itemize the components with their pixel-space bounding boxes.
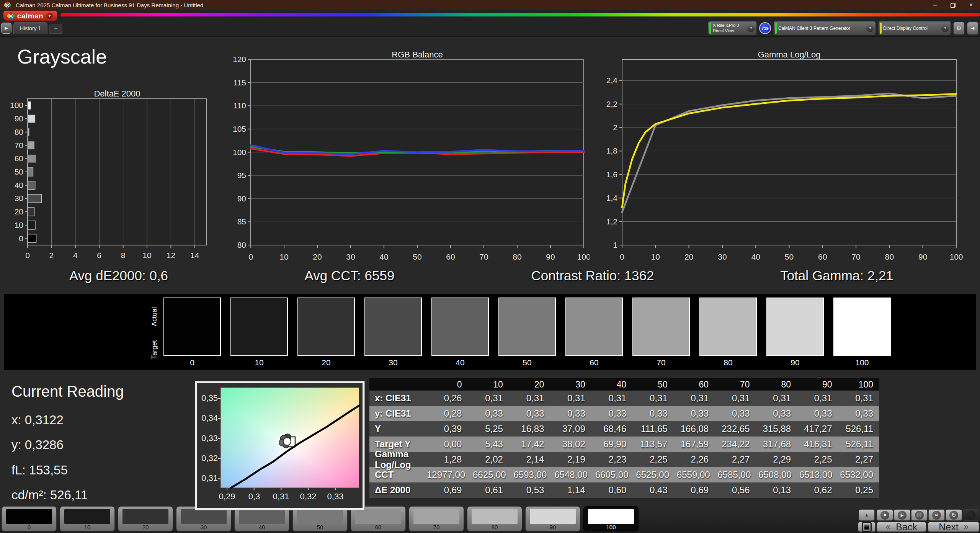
cie-x-tick: 0,3	[239, 492, 270, 502]
table-cell: 6513,00	[798, 469, 839, 480]
session-play-button[interactable]: ▶	[1, 23, 11, 34]
cie-chromaticity-panel: 0,350,340,330,320,310,290,30,310,320,33	[195, 381, 364, 510]
svg-text:1,8: 1,8	[606, 146, 617, 155]
column-header: 90	[797, 379, 838, 390]
table-cell: 526,11	[838, 439, 879, 450]
svg-text:70: 70	[851, 252, 860, 261]
device-dropdowns: X-Rite i1Pro 3Direct View ▼ 719 CalMAN C…	[708, 21, 978, 35]
chevron-down-icon: ▼	[46, 13, 53, 19]
table-cell: 6508,00	[757, 469, 798, 480]
tab-label: History 1	[20, 25, 41, 31]
stop-button[interactable]: ■	[877, 509, 893, 521]
cie-y-tick: 0,31	[197, 473, 218, 483]
swatch-label: 90	[766, 358, 824, 367]
svg-text:50: 50	[15, 167, 23, 176]
table-cell: 166,08	[674, 423, 715, 434]
column-header: 40	[591, 379, 632, 390]
cie-x-tick: 0,32	[293, 492, 323, 502]
svg-text:60: 60	[15, 154, 23, 163]
pattern-label: 90	[526, 524, 580, 530]
column-header: 100	[838, 379, 879, 390]
display-control-dropdown[interactable]: Direct Display Control ▼	[878, 21, 951, 35]
pattern-level-0[interactable]: 0	[2, 506, 57, 531]
deltae-bar-80	[28, 128, 29, 136]
cie-x-tick: 0,29	[212, 492, 242, 502]
swatch-color	[565, 298, 623, 356]
meter-dropdown[interactable]: X-Rite i1Pro 3Direct View ▼	[708, 21, 757, 35]
table-cell: 0,62	[797, 485, 838, 495]
pattern-level-90[interactable]: 90	[525, 506, 580, 531]
pattern-level-20[interactable]: 20	[118, 506, 173, 531]
swatch-label: 80	[699, 358, 757, 367]
cie-y-tick: 0,35	[197, 393, 218, 403]
title-bar: Calman 2025 Calman Ultimate for Business…	[0, 0, 980, 10]
range-button[interactable]: [–]	[911, 509, 928, 521]
settings-button[interactable]: ⚙	[953, 22, 965, 35]
deltae-bar-70	[28, 141, 34, 150]
stop-icon: ■	[884, 513, 886, 517]
svg-text:RGB Balance: RGB Balance	[392, 50, 443, 59]
rgb-balance-chart: RGB Balance12011511010510095908580010203…	[230, 50, 590, 264]
collapse-panel-button[interactable]: ◀	[967, 22, 978, 35]
pattern-generator-label: CalMAN Client 3 Pattern Generator	[778, 26, 850, 31]
table-cell: 0,31	[509, 393, 550, 404]
swatch-80: 80	[699, 298, 757, 367]
next-button[interactable]: Next »	[928, 522, 979, 532]
refresh-icon: ↻	[952, 512, 956, 518]
svg-text:0: 0	[25, 251, 30, 260]
deltae-bar-50	[28, 168, 33, 176]
swatch-30: 30	[364, 298, 422, 367]
table-cell: 232,65	[715, 423, 756, 434]
expand-tray-button[interactable]: ▲	[859, 509, 875, 521]
table-cell: 0,31	[468, 393, 509, 404]
calman-menu-button[interactable]: calman ▼	[3, 10, 57, 21]
chevron-right-icon: »	[964, 522, 969, 532]
svg-text:60: 60	[446, 252, 455, 261]
refresh-button[interactable]: ↻	[946, 509, 962, 521]
table-cell: 2,26	[674, 454, 715, 465]
table-cell: 6605,00	[594, 469, 635, 480]
swatch-color	[498, 298, 556, 356]
table-cell: 0,33	[591, 408, 632, 419]
svg-text:14: 14	[190, 251, 199, 260]
pattern-level-100[interactable]: 100	[583, 506, 639, 531]
chevron-left-icon: «	[886, 522, 890, 532]
pattern-color	[122, 509, 168, 524]
svg-text:10: 10	[279, 252, 288, 261]
pattern-window-button[interactable]	[858, 522, 875, 532]
add-tab-button[interactable]: +	[49, 24, 62, 34]
table-cell: 2,27	[838, 454, 879, 465]
svg-text:1,4: 1,4	[606, 193, 618, 202]
table-cell: 0,31	[674, 393, 715, 404]
pattern-status-bar	[775, 23, 777, 34]
close-button[interactable]: ×	[962, 0, 980, 10]
chevron-down-icon: ▼	[747, 25, 755, 32]
table-cell: 0,39	[427, 423, 468, 434]
restore-icon	[951, 3, 956, 8]
back-label: Back	[896, 522, 917, 533]
play-measure-button[interactable]: ▶	[894, 509, 910, 521]
minimize-button[interactable]: –	[926, 0, 944, 10]
meter-count-badge[interactable]: 719	[759, 22, 771, 34]
table-cell: 6548,00	[553, 469, 594, 480]
row-label: x: CIE31	[369, 393, 427, 404]
swatch-list: 0102030405060708090100	[163, 298, 891, 367]
pattern-label: 80	[467, 524, 522, 530]
table-row: ΔE 20000,690,610,531,140,600,430,690,560…	[369, 482, 879, 498]
restore-button[interactable]	[944, 0, 962, 10]
table-row: Target Y0,005,4317,4238,0269,90113,57167…	[369, 437, 879, 452]
pattern-generator-dropdown[interactable]: CalMAN Client 3 Pattern Generator ▼	[773, 21, 876, 35]
tab-history-1[interactable]: History 1	[13, 22, 47, 34]
svg-text:30: 30	[346, 252, 355, 261]
back-button[interactable]: « Back	[877, 522, 926, 532]
pattern-color	[64, 509, 110, 524]
swatch-label: 100	[833, 358, 891, 367]
calman-logo-icon	[3, 1, 11, 9]
cie-x-tick: 0,31	[266, 492, 296, 502]
table-row: y: CIE310,280,330,330,330,330,330,330,33…	[369, 406, 879, 421]
table-cell: 416,31	[797, 439, 838, 450]
pattern-level-80[interactable]: 80	[467, 506, 522, 531]
pattern-level-10[interactable]: 10	[60, 506, 115, 531]
continuous-button[interactable]: ∞	[928, 509, 945, 521]
pattern-level-70[interactable]: 70	[409, 506, 464, 531]
